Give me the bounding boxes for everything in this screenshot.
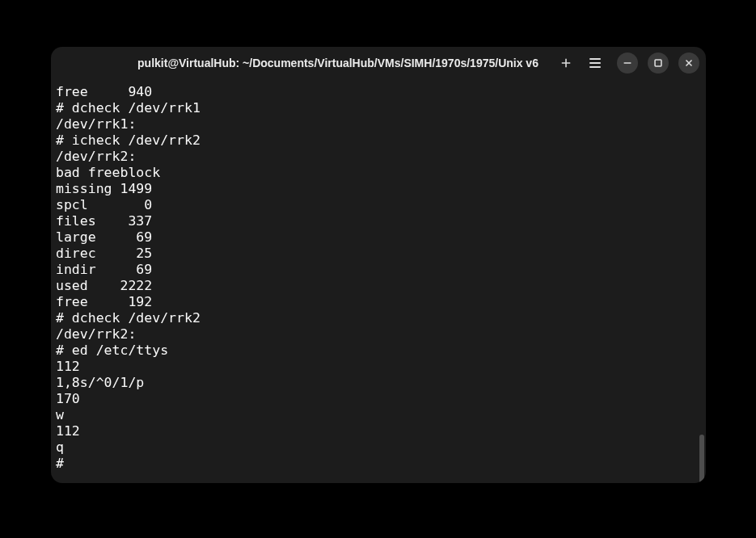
maximize-icon xyxy=(653,57,664,69)
minimize-button[interactable] xyxy=(617,53,638,74)
svg-rect-0 xyxy=(655,60,661,66)
new-tab-button[interactable] xyxy=(554,51,578,75)
scrollbar-thumb[interactable] xyxy=(699,435,704,483)
terminal-body[interactable]: free 940 # dcheck /dev/rrk1 /dev/rrk1: #… xyxy=(51,79,706,483)
menu-button[interactable] xyxy=(583,51,607,75)
terminal-output: free 940 # dcheck /dev/rrk1 /dev/rrk1: #… xyxy=(56,84,699,472)
close-icon xyxy=(683,57,695,69)
window-title: pulkit@VirtualHub: ~/Documents/VirtualHu… xyxy=(57,57,554,69)
plus-icon xyxy=(560,57,572,69)
titlebar-controls xyxy=(554,51,699,75)
minimize-icon xyxy=(622,57,633,69)
close-button[interactable] xyxy=(678,53,699,74)
hamburger-icon xyxy=(589,58,601,67)
titlebar: pulkit@VirtualHub: ~/Documents/VirtualHu… xyxy=(51,47,706,79)
terminal-window: pulkit@VirtualHub: ~/Documents/VirtualHu… xyxy=(51,47,706,483)
maximize-button[interactable] xyxy=(648,53,669,74)
